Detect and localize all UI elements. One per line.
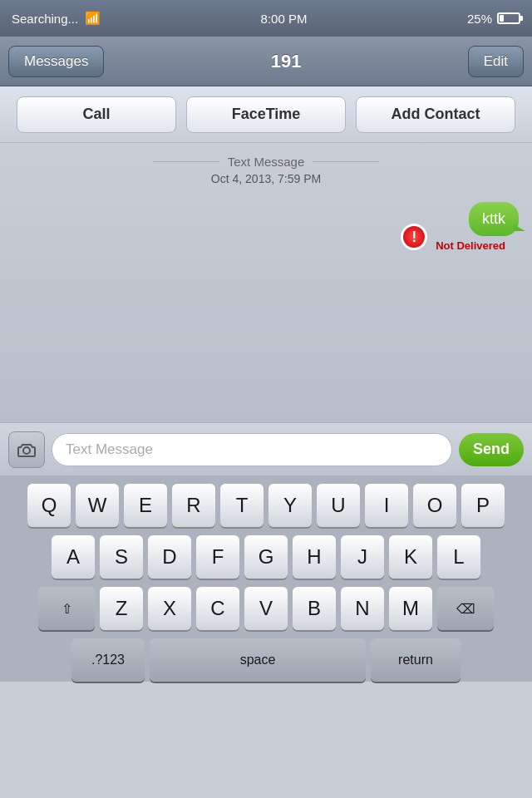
message-placeholder: Text Message	[66, 441, 153, 458]
keyboard-row-3: ⇧ Z X C V B N M ⌫	[3, 587, 529, 630]
keyboard-row-4: .?123 space return	[3, 638, 529, 682]
key-z[interactable]: Z	[100, 587, 143, 630]
camera-button[interactable]	[8, 431, 45, 468]
not-delivered-label: Not Delivered	[436, 239, 519, 252]
nav-bar: Messages 191 Edit	[0, 37, 532, 86]
key-n[interactable]: N	[341, 587, 384, 630]
action-bar: Call FaceTime Add Contact	[0, 86, 532, 143]
call-button[interactable]: Call	[17, 96, 176, 133]
key-r[interactable]: R	[172, 484, 215, 527]
shift-key[interactable]: ⇧	[38, 587, 95, 630]
key-u[interactable]: U	[317, 484, 360, 527]
key-k[interactable]: K	[389, 535, 432, 579]
key-g[interactable]: G	[244, 535, 288, 579]
message-text: kttk	[482, 210, 505, 227]
key-b[interactable]: B	[293, 587, 336, 630]
status-bar: Searching... 📶 8:00 PM 25%	[0, 0, 532, 37]
camera-icon	[17, 440, 37, 460]
channel-label: Text Message	[153, 155, 380, 169]
wifi-icon: 📶	[85, 11, 101, 26]
nav-title: 191	[271, 51, 302, 72]
key-d[interactable]: D	[148, 535, 191, 579]
key-v[interactable]: V	[244, 587, 288, 630]
message-bubble: kttk	[469, 202, 519, 236]
add-contact-button[interactable]: Add Contact	[356, 96, 515, 133]
key-e[interactable]: E	[124, 484, 167, 527]
key-l[interactable]: L	[437, 535, 480, 579]
key-o[interactable]: O	[413, 484, 456, 527]
send-button[interactable]: Send	[459, 433, 524, 466]
facetime-button[interactable]: FaceTime	[186, 96, 346, 133]
input-bar: Text Message Send	[0, 422, 532, 475]
key-a[interactable]: A	[52, 535, 95, 579]
key-c[interactable]: C	[196, 587, 239, 630]
key-p[interactable]: P	[461, 484, 505, 527]
key-i[interactable]: I	[365, 484, 408, 527]
keyboard: Q W E R T Y U I O P A S D F G H J K L ⇧ …	[0, 475, 532, 682]
message-row: ! kttk Not Delivered	[0, 185, 532, 252]
svg-point-0	[23, 447, 30, 454]
back-button[interactable]: Messages	[8, 46, 104, 77]
key-m[interactable]: M	[389, 587, 432, 630]
key-w[interactable]: W	[76, 484, 119, 527]
delete-icon: ⌫	[456, 601, 475, 617]
shift-icon: ⇧	[62, 601, 72, 617]
delete-key[interactable]: ⌫	[437, 587, 494, 630]
key-y[interactable]: Y	[268, 484, 312, 527]
key-s[interactable]: S	[100, 535, 143, 579]
message-timestamp: Oct 4, 2013, 7:59 PM	[211, 172, 321, 185]
error-icon[interactable]: !	[401, 224, 427, 250]
key-t[interactable]: T	[220, 484, 264, 527]
battery-fill	[500, 15, 505, 22]
space-key[interactable]: space	[150, 638, 366, 682]
key-x[interactable]: X	[148, 587, 191, 630]
status-right: 25%	[467, 12, 520, 26]
key-h[interactable]: H	[293, 535, 336, 579]
keyboard-row-1: Q W E R T Y U I O P	[3, 484, 529, 527]
return-key[interactable]: return	[371, 638, 461, 682]
edit-button[interactable]: Edit	[468, 46, 524, 77]
battery-percent: 25%	[467, 12, 492, 26]
message-area: Text Message Oct 4, 2013, 7:59 PM ! kttk…	[0, 143, 532, 422]
message-input[interactable]: Text Message	[52, 433, 452, 466]
keyboard-row-2: A S D F G H J K L	[3, 535, 529, 579]
key-q[interactable]: Q	[27, 484, 71, 527]
key-j[interactable]: J	[341, 535, 384, 579]
status-left: Searching... 📶	[12, 11, 101, 26]
key-f[interactable]: F	[196, 535, 239, 579]
time-label: 8:00 PM	[261, 12, 308, 26]
carrier-label: Searching...	[12, 12, 78, 26]
battery-icon	[497, 12, 520, 24]
numbers-key[interactable]: .?123	[71, 638, 145, 682]
